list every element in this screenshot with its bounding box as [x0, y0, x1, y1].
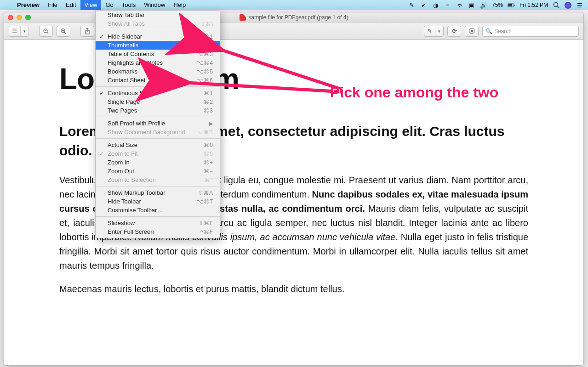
markup-button[interactable]: Ⓐ: [465, 26, 479, 37]
rotate-button[interactable]: ⟳: [447, 26, 461, 37]
menu-item-show-document-background: Show Document Background⌥⌘B: [96, 128, 220, 136]
toolbar: ☰▾ ✎▾ ⟳ Ⓐ 🔍 Search: [4, 23, 583, 40]
svg-line-4: [558, 6, 559, 8]
close-button[interactable]: [8, 15, 13, 20]
quill-icon[interactable]: ✎: [408, 1, 416, 9]
menu-help[interactable]: Help: [169, 0, 190, 10]
svg-rect-2: [508, 4, 512, 6]
svg-line-6: [47, 32, 48, 34]
menu-item-zoom-out[interactable]: Zoom Out⌘−: [96, 167, 220, 175]
app-name[interactable]: Preview: [13, 0, 44, 10]
menu-go[interactable]: Go: [101, 0, 117, 10]
menu-item-zoom-in[interactable]: Zoom In⌘+: [96, 158, 220, 167]
menu-item-two-pages[interactable]: Two Pages⌘3: [96, 106, 220, 115]
menubar-right: ✎ ✔ ◑ ⚭ ▣ 🔊 75% Fri 1:52 PM ☰: [408, 1, 588, 9]
zoom-in-button[interactable]: [57, 26, 70, 37]
window-title-text: sample file for PDFgear.pdf (page 1 of 4…: [249, 14, 348, 21]
clock[interactable]: Fri 1:52 PM: [519, 2, 548, 8]
menu-tools[interactable]: Tools: [118, 0, 140, 10]
menu-edit[interactable]: Edit: [62, 0, 80, 10]
spotlight-icon[interactable]: [553, 1, 560, 9]
minimize-button[interactable]: [17, 15, 22, 20]
menu-file[interactable]: File: [44, 0, 62, 10]
menu-item-highlights-and-notes[interactable]: Highlights and Notes⌥⌘4: [96, 58, 220, 67]
menu-item-single-page[interactable]: Single Page⌘2: [96, 97, 220, 106]
search-icon: 🔍: [485, 28, 492, 34]
menu-item-continuous-scroll[interactable]: ✓Continuous Scroll⌘1: [96, 89, 220, 97]
menu-item-customise-toolbar[interactable]: Customise Toolbar…: [96, 206, 220, 215]
share-button[interactable]: [80, 26, 94, 37]
shield-icon[interactable]: ◑: [432, 1, 440, 9]
battery-percent: 75%: [492, 2, 503, 8]
svg-point-3: [554, 3, 558, 7]
menu-item-show-markup-toolbar[interactable]: Show Markup Toolbar⇧⌘A: [96, 188, 220, 197]
annotation-text: Pick one among the two: [330, 84, 498, 101]
display-icon[interactable]: ▣: [468, 1, 475, 9]
menubar: Preview File Edit View Go Tools Window H…: [0, 0, 588, 10]
traffic-lights: [8, 15, 31, 20]
menu-item-enter-full-screen[interactable]: Enter Full Screen^⌘F: [96, 227, 220, 236]
maximize-button[interactable]: [25, 15, 31, 20]
preview-window: sample file for PDFgear.pdf (page 1 of 4…: [4, 12, 584, 366]
menu-item-bookmarks[interactable]: Bookmarks⌥⌘5: [96, 67, 220, 76]
siri-icon[interactable]: [565, 2, 571, 9]
pdf-icon: [240, 14, 246, 21]
menu-item-slideshow[interactable]: Slideshow⇧⌘F: [96, 219, 220, 227]
menu-item-actual-size[interactable]: Actual Size⌘0: [96, 141, 220, 149]
menu-window[interactable]: Window: [140, 0, 169, 10]
menu-item-zoom-to-fit: ✓Zoom to Fit⌘9: [96, 149, 220, 158]
sidebar-view-button[interactable]: ☰▾: [9, 26, 29, 37]
wifi-icon[interactable]: [456, 1, 463, 9]
bluetooth-icon[interactable]: ⚭: [444, 1, 451, 9]
menu-item-hide-sidebar[interactable]: ✓Hide Sidebar⌥⌘1: [96, 32, 220, 41]
titlebar[interactable]: sample file for PDFgear.pdf (page 1 of 4…: [4, 12, 583, 23]
doc-paragraph-2: Maecenas mauris lectus, lobortis et puru…: [59, 282, 528, 296]
battery-icon[interactable]: [508, 1, 515, 9]
menu-item-thumbnails[interactable]: Thumbnails⌥⌘2: [96, 41, 220, 50]
menu-item-zoom-to-selection: Zoom to Selection⌘*: [96, 175, 220, 184]
view-menu-dropdown: Show Tab BarShow All Tabs⇧⌘\✓Hide Sideba…: [95, 10, 220, 238]
highlight-tool-button[interactable]: ✎▾: [424, 26, 444, 37]
menu-item-hide-toolbar[interactable]: Hide Toolbar⌥⌘T: [96, 197, 220, 206]
search-input[interactable]: 🔍 Search: [482, 26, 579, 37]
menu-item-show-tab-bar[interactable]: Show Tab Bar: [96, 11, 220, 19]
menu-item-show-all-tabs: Show All Tabs⇧⌘\: [96, 19, 220, 28]
menu-view[interactable]: View: [80, 0, 102, 10]
menu-item-table-of-contents[interactable]: Table of Contents⌥⌘3: [96, 50, 220, 58]
search-placeholder: Search: [494, 28, 512, 34]
volume-icon[interactable]: 🔊: [480, 1, 487, 9]
svg-line-9: [64, 32, 66, 34]
notification-center-icon[interactable]: ☰: [576, 1, 583, 9]
svg-rect-1: [514, 4, 514, 6]
shield-check-icon[interactable]: ✔: [420, 1, 428, 9]
pdf-page: Lorem ipsum Lorem ipsum dolor sit amet, …: [4, 40, 583, 319]
menu-item-soft-proof-with-profile[interactable]: Soft Proof with Profile▶: [96, 119, 220, 128]
zoom-out-button[interactable]: [39, 26, 53, 37]
window-title: sample file for PDFgear.pdf (page 1 of 4…: [240, 14, 348, 21]
menu-item-contact-sheet[interactable]: Contact Sheet⌥⌘6: [96, 76, 220, 85]
